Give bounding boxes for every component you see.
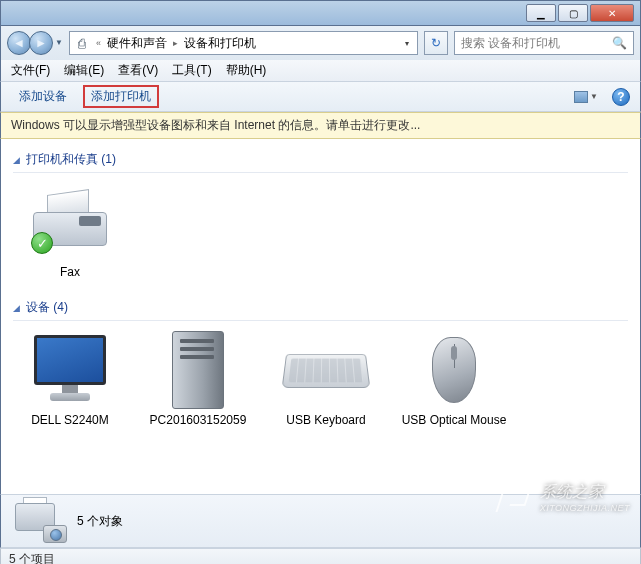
group-printers-items: ✓ Fax [13,179,628,293]
item-monitor-label: DELL S2240M [15,413,125,427]
info-bar[interactable]: Windows 可以显示增强型设备图标和来自 Internet 的信息。请单击进… [0,112,641,139]
group-devices-title: 设备 (4) [26,299,68,316]
close-button[interactable]: ✕ [590,4,634,22]
search-input[interactable]: 搜索 设备和打印机 🔍 [454,31,634,55]
add-printer-button[interactable]: 添加打印机 [83,85,159,108]
breadcrumb-sep1: « [94,38,103,48]
default-check-icon: ✓ [31,232,53,254]
status-bar: 5 个项目 [0,548,641,564]
item-fax-label: Fax [15,265,125,279]
details-pane: 5 个对象 系统之家 XITONGZHIJIA.NET [0,494,641,548]
view-mode-button[interactable]: ▼ [574,91,598,103]
item-pc[interactable]: PC201603152059 [143,331,253,427]
monitor-icon [26,331,114,409]
collapse-icon: ◢ [13,303,20,313]
keyboard-icon [282,331,370,409]
navigation-bar: ◄ ► ▼ ⎙ « 硬件和声音 ▸ 设备和打印机 ▾ ↻ 搜索 设备和打印机 🔍 [0,26,641,60]
window-titlebar: ▁ ▢ ✕ [0,0,641,26]
item-fax[interactable]: ✓ Fax [15,183,125,279]
minimize-button[interactable]: ▁ [526,4,556,22]
details-count: 5 个对象 [77,513,123,530]
menu-view[interactable]: 查看(V) [118,62,158,79]
group-devices-items: DELL S2240M PC201603152059 USB Keyboard … [13,327,628,441]
maximize-button[interactable]: ▢ [558,4,588,22]
refresh-button[interactable]: ↻ [424,31,448,55]
collapse-icon: ◢ [13,155,20,165]
devices-icon: ⎙ [74,35,90,51]
item-mouse-label: USB Optical Mouse [399,413,509,427]
mouse-icon [410,331,498,409]
nav-buttons: ◄ ► ▼ [7,30,63,56]
menu-tools[interactable]: 工具(T) [172,62,211,79]
item-keyboard[interactable]: USB Keyboard [271,331,381,427]
menu-bar: 文件(F) 编辑(E) 查看(V) 工具(T) 帮助(H) [0,60,641,82]
chevron-right-icon[interactable]: ▸ [171,38,180,48]
details-icon [11,499,67,543]
view-icon [574,91,588,103]
item-keyboard-label: USB Keyboard [271,413,381,427]
breadcrumb-devices[interactable]: 设备和打印机 [184,35,256,52]
item-mouse[interactable]: USB Optical Mouse [399,331,509,427]
content-area: ◢ 打印机和传真 (1) ✓ Fax ◢ 设备 (4) DELL S2240M [0,139,641,494]
item-monitor[interactable]: DELL S2240M [15,331,125,427]
address-dropdown[interactable]: ▾ [401,39,413,48]
menu-help[interactable]: 帮助(H) [226,62,267,79]
search-icon: 🔍 [612,36,627,50]
search-placeholder: 搜索 设备和打印机 [461,35,560,52]
breadcrumb-hardware[interactable]: 硬件和声音 [107,35,167,52]
help-button[interactable]: ? [612,88,630,106]
fax-icon: ✓ [26,183,114,261]
menu-edit[interactable]: 编辑(E) [64,62,104,79]
back-button[interactable]: ◄ [7,31,31,55]
address-bar[interactable]: ⎙ « 硬件和声音 ▸ 设备和打印机 ▾ [69,31,418,55]
toolbar-right: ▼ ? [574,88,630,106]
tower-icon [154,331,242,409]
menu-file[interactable]: 文件(F) [11,62,50,79]
status-text: 5 个项目 [9,551,55,565]
watermark-sub: XITONGZHIJIA.NET [540,503,630,513]
item-pc-label: PC201603152059 [143,413,253,427]
add-device-button[interactable]: 添加设备 [11,85,75,108]
group-devices-header[interactable]: ◢ 设备 (4) [13,293,628,321]
forward-button[interactable]: ► [29,31,53,55]
group-printers-title: 打印机和传真 (1) [26,151,116,168]
group-printers-header[interactable]: ◢ 打印机和传真 (1) [13,145,628,173]
nav-history-dropdown[interactable]: ▼ [55,38,63,47]
chevron-down-icon: ▼ [590,92,598,101]
command-bar: 添加设备 添加打印机 ▼ ? [0,82,641,112]
